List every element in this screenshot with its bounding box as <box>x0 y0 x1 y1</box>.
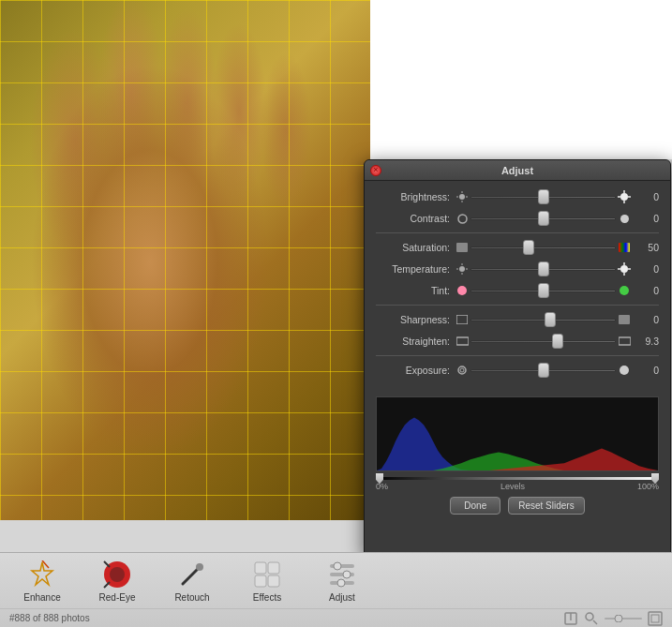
enhance-icon <box>27 560 57 590</box>
svg-rect-45 <box>268 562 279 574</box>
svg-line-40 <box>104 561 110 567</box>
svg-point-43 <box>196 563 203 571</box>
svg-rect-46 <box>255 575 266 587</box>
toolbar-item-retouch[interactable]: Retouch <box>169 560 216 603</box>
toolbar-bottom-controls <box>563 611 663 626</box>
adjust-label: Adjust <box>329 592 355 603</box>
svg-point-10 <box>458 215 467 223</box>
brightness-icon-left <box>455 190 469 203</box>
tint-value: 0 <box>631 285 659 296</box>
photo-background <box>0 0 370 520</box>
divider-3 <box>376 355 659 356</box>
histogram-range-slider[interactable] <box>376 477 659 480</box>
toolbar-item-effects[interactable]: Effects <box>244 560 291 603</box>
bottom-actions: Done Reset Sliders <box>365 493 670 518</box>
sharpness-thumb[interactable] <box>545 312 556 327</box>
effects-label: Effects <box>253 592 281 603</box>
brightness-icon-right <box>618 190 631 203</box>
straighten-thumb[interactable] <box>552 334 563 349</box>
brightness-label: Brightness: <box>376 191 455 202</box>
straighten-icon-left <box>455 335 469 348</box>
toolbar-item-adjust[interactable]: Adjust <box>319 560 366 603</box>
toolbar-item-enhance[interactable]: Enhance <box>19 560 66 603</box>
svg-point-30 <box>458 366 466 374</box>
svg-point-14 <box>459 266 465 272</box>
svg-rect-13 <box>619 243 630 252</box>
temperature-slider[interactable] <box>470 262 616 276</box>
svg-point-5 <box>620 193 628 201</box>
exposure-label: Exposure: <box>376 365 455 376</box>
brightness-value: 0 <box>631 191 659 202</box>
saturation-thumb[interactable] <box>523 240 534 255</box>
temperature-icon-right <box>618 262 631 276</box>
tint-icon-right <box>618 284 631 297</box>
svg-rect-27 <box>619 315 630 324</box>
fullscreen-icon[interactable] <box>648 611 663 626</box>
exposure-slider[interactable] <box>470 364 616 377</box>
sharpness-value: 0 <box>631 314 659 325</box>
toolbar-item-redeye[interactable]: Red-Eye <box>94 560 141 603</box>
svg-line-57 <box>593 620 597 624</box>
tint-slider[interactable] <box>470 284 616 297</box>
contrast-icon-right <box>618 212 631 225</box>
photo-area <box>0 0 370 520</box>
temperature-icon-left <box>455 262 469 276</box>
straighten-label: Straighten: <box>376 336 455 347</box>
svg-line-42 <box>183 568 199 584</box>
adjust-panel: Adjust Brightness: 0 <box>364 159 671 558</box>
tint-icon-left <box>455 284 469 297</box>
svg-point-0 <box>459 194 465 200</box>
effects-icon <box>252 560 282 590</box>
svg-point-51 <box>343 571 351 578</box>
share-icon[interactable] <box>563 611 578 626</box>
brightness-row: Brightness: 0 <box>376 188 659 205</box>
svg-point-19 <box>620 265 628 273</box>
brightness-thumb[interactable] <box>538 189 549 204</box>
svg-point-56 <box>586 613 593 620</box>
svg-rect-47 <box>268 575 279 587</box>
svg-point-32 <box>620 366 629 375</box>
saturation-slider[interactable] <box>470 241 616 254</box>
svg-rect-28 <box>456 337 469 345</box>
tint-row: Tint: 0 <box>376 282 659 299</box>
contrast-value: 0 <box>631 213 659 224</box>
saturation-icon-left <box>455 241 469 254</box>
done-button[interactable]: Done <box>450 497 500 515</box>
svg-rect-58 <box>605 618 642 620</box>
temperature-thumb[interactable] <box>538 261 549 276</box>
sharpness-icon-left <box>455 313 469 326</box>
straighten-slider[interactable] <box>470 335 616 348</box>
exposure-value: 0 <box>631 365 659 376</box>
zoom-slider[interactable] <box>605 615 642 622</box>
straighten-row: Straighten: 9.3 <box>376 333 659 350</box>
reset-sliders-button[interactable]: Reset Sliders <box>508 497 584 515</box>
zoom-icon[interactable] <box>584 611 599 626</box>
contrast-slider[interactable] <box>470 212 616 225</box>
close-button[interactable] <box>370 165 381 176</box>
contrast-thumb[interactable] <box>538 211 549 226</box>
svg-rect-44 <box>255 562 266 574</box>
saturation-label: Saturation: <box>376 242 455 253</box>
sharpness-label: Sharpness: <box>376 314 455 325</box>
sharpness-icon-right <box>618 313 631 326</box>
divider-1 <box>376 232 659 233</box>
straighten-value: 9.3 <box>631 336 659 347</box>
redeye-icon <box>102 560 132 590</box>
svg-rect-29 <box>619 337 631 345</box>
histogram-label-left: 0% <box>376 482 388 491</box>
redeye-label: Red-Eye <box>99 592 136 603</box>
sharpness-slider[interactable] <box>470 313 616 326</box>
divider-2 <box>376 305 659 306</box>
svg-point-39 <box>110 567 125 582</box>
white-area <box>370 0 672 159</box>
exposure-thumb[interactable] <box>538 363 549 378</box>
toolbar: Enhance Red-Eye <box>0 552 672 627</box>
histogram-label-center: Levels <box>500 482 525 491</box>
tint-thumb[interactable] <box>538 283 549 298</box>
svg-point-11 <box>620 215 629 223</box>
saturation-value: 50 <box>631 242 659 253</box>
brightness-slider[interactable] <box>470 190 616 203</box>
contrast-label: Contrast: <box>376 213 455 224</box>
svg-point-59 <box>615 615 622 622</box>
histogram-track[interactable] <box>376 477 659 480</box>
